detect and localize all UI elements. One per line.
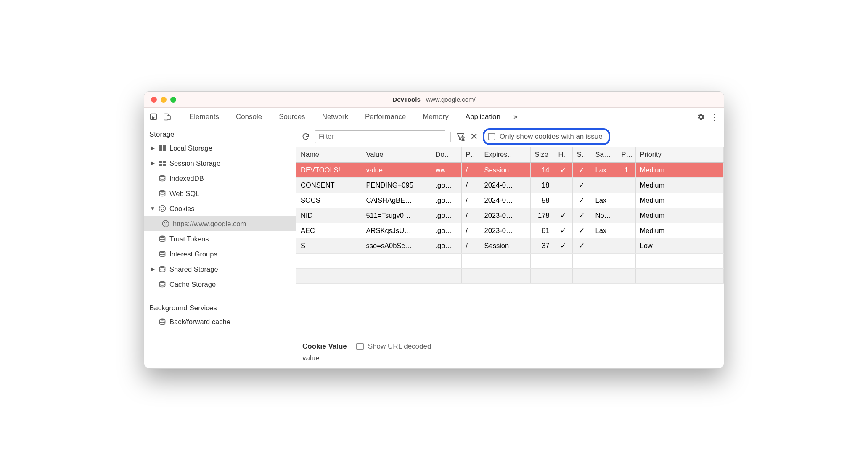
storage-item-4[interactable]: ▼Cookies — [144, 201, 296, 216]
cell-value: value — [362, 162, 431, 177]
column-header[interactable]: Priority — [635, 147, 724, 162]
svg-rect-8 — [163, 161, 166, 163]
db-icon — [158, 317, 167, 326]
cell-domain: .go… — [431, 193, 461, 208]
storage-item-2[interactable]: IndexedDB — [144, 171, 296, 186]
storage-item-8[interactable]: ▶Shared Storage — [144, 262, 296, 277]
cell-expires: Session — [480, 162, 530, 177]
svg-rect-10 — [163, 164, 166, 166]
svg-point-22 — [167, 224, 167, 225]
cell-priority: Medium — [635, 208, 724, 223]
column-header[interactable]: Name — [296, 147, 362, 162]
cell-http: ✓ — [554, 208, 572, 223]
column-header[interactable]: S… — [572, 147, 591, 162]
cell-value: 511=Tsugv0… — [362, 208, 431, 223]
cookies-table-wrap[interactable]: NameValueDo…P…Expires…SizeH.S…Sa…P…Prior… — [296, 147, 724, 338]
table-row[interactable]: AECARSKqsJsU….go…/2023-0…61✓✓LaxMedium — [296, 223, 724, 238]
cell-expires: Session — [480, 238, 530, 253]
cell-domain: .go… — [431, 238, 461, 253]
table-row[interactable]: NID511=Tsugv0….go…/2023-0…178✓✓No…Medium — [296, 208, 724, 223]
cell-secure: ✓ — [572, 177, 591, 193]
cell-size: 37 — [530, 238, 554, 253]
cell-path: / — [461, 193, 480, 208]
storage-item-6[interactable]: Trust Tokens — [144, 231, 296, 246]
grid-icon — [158, 159, 167, 168]
svg-rect-4 — [163, 145, 166, 148]
cookie-value-text: value — [302, 354, 718, 362]
tab-console[interactable]: Console — [228, 108, 270, 126]
tab-performance[interactable]: Performance — [357, 108, 413, 126]
column-header[interactable]: P… — [461, 147, 480, 162]
device-toggle-icon[interactable] — [161, 111, 173, 123]
svg-point-24 — [160, 251, 165, 253]
only-issues-filter[interactable]: Only show cookies with an issue — [483, 128, 610, 145]
cell-size: 61 — [530, 223, 554, 238]
sidebar-item-label: Back/forward cache — [169, 318, 230, 326]
svg-point-27 — [160, 319, 165, 321]
tab-sources[interactable]: Sources — [271, 108, 312, 126]
tab-elements[interactable]: Elements — [182, 108, 227, 126]
cookies-toolbar: ✕ Only show cookies with an issue — [296, 126, 724, 147]
close-window-button[interactable] — [151, 97, 157, 103]
bg-item-0[interactable]: Back/forward cache — [144, 314, 296, 329]
cell-value: ARSKqsJsU… — [362, 223, 431, 238]
cell-expires: 2023-0… — [480, 223, 530, 238]
column-header[interactable]: Sa… — [591, 147, 617, 162]
inspect-icon[interactable] — [148, 111, 159, 123]
storage-item-7[interactable]: Interest Groups — [144, 246, 296, 262]
clear-filter-icon[interactable] — [456, 132, 465, 141]
sidebar-item-label: Web SQL — [169, 190, 199, 198]
tab-memory[interactable]: Memory — [415, 108, 456, 126]
table-row[interactable]: DEVTOOLS!valueww…/Session14✓✓Lax1Medium — [296, 162, 724, 177]
column-header[interactable]: H. — [554, 147, 572, 162]
table-row[interactable]: SOCSCAISHAgBE….go…/2024-0…58✓LaxMedium — [296, 193, 724, 208]
tab-application[interactable]: Application — [458, 108, 508, 126]
minimize-window-button[interactable] — [161, 97, 167, 103]
cell-path: / — [461, 208, 480, 223]
filter-input[interactable] — [315, 130, 445, 143]
db-icon — [158, 174, 167, 183]
storage-item-9[interactable]: Cache Storage — [144, 277, 296, 292]
storage-item-1[interactable]: ▶Session Storage — [144, 156, 296, 171]
storage-item-5[interactable]: https://www.google.com — [144, 216, 296, 231]
table-row[interactable]: CONSENTPENDING+095.go…/2024-0…18✓Medium — [296, 177, 724, 193]
sidebar-item-label: Interest Groups — [169, 250, 217, 258]
cell-name: DEVTOOLS! — [296, 162, 362, 177]
sidebar-item-label: https://www.google.com — [173, 220, 246, 228]
more-tabs-icon[interactable]: » — [510, 111, 521, 123]
svg-point-23 — [160, 236, 165, 238]
cell-size: 18 — [530, 177, 554, 193]
maximize-window-button[interactable] — [170, 97, 176, 103]
cell-same — [591, 238, 617, 253]
refresh-icon[interactable] — [302, 132, 310, 141]
table-row[interactable]: Ssso=sA0bSc….go…/Session37✓✓Low — [296, 238, 724, 253]
cell-same — [591, 177, 617, 193]
cell-value: sso=sA0bSc… — [362, 238, 431, 253]
storage-item-3[interactable]: Web SQL — [144, 186, 296, 201]
cell-http: ✓ — [554, 223, 572, 238]
more-menu-icon[interactable]: ⋮ — [709, 111, 720, 123]
cell-secure: ✓ — [572, 223, 591, 238]
cell-secure: ✓ — [572, 238, 591, 253]
titlebar: DevTools - www.google.com/ — [144, 92, 724, 108]
show-decoded-checkbox[interactable] — [356, 343, 364, 350]
expand-arrow-icon: ▶ — [150, 266, 155, 272]
db-icon — [158, 264, 167, 274]
column-header[interactable]: Size — [530, 147, 554, 162]
svg-point-14 — [161, 207, 162, 209]
settings-icon[interactable] — [695, 111, 707, 123]
tab-network[interactable]: Network — [315, 108, 356, 126]
only-issues-checkbox[interactable] — [488, 133, 495, 140]
svg-point-13 — [159, 206, 166, 212]
column-header[interactable]: Value — [362, 147, 431, 162]
expand-arrow-icon: ▶ — [150, 160, 155, 166]
clear-all-icon[interactable]: ✕ — [470, 131, 478, 142]
column-header[interactable]: P… — [617, 147, 635, 162]
storage-item-0[interactable]: ▶Local Storage — [144, 140, 296, 156]
db-icon — [158, 249, 167, 259]
cell-pk — [617, 238, 635, 253]
column-header[interactable]: Expires… — [480, 147, 530, 162]
cell-pk — [617, 193, 635, 208]
cookie-detail-panel: Cookie Value Show URL decoded value — [296, 338, 724, 368]
column-header[interactable]: Do… — [431, 147, 461, 162]
